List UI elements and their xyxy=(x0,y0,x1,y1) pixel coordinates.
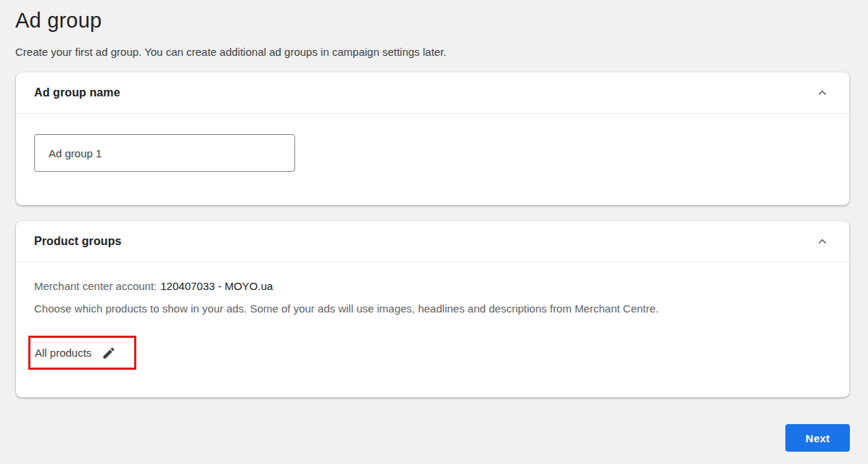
ad-group-name-card-title: Ad group name xyxy=(34,86,120,99)
chevron-up-icon[interactable] xyxy=(816,86,829,99)
merchant-account-line: Merchant center account:120407033 - MOYO… xyxy=(34,280,273,292)
merchant-account-label: Merchant center account: xyxy=(34,280,157,292)
product-groups-card-header[interactable]: Product groups xyxy=(16,221,849,262)
pencil-icon[interactable] xyxy=(101,345,116,360)
ad-group-name-card-header[interactable]: Ad group name xyxy=(16,72,849,114)
chevron-up-icon[interactable] xyxy=(816,235,829,248)
product-group-selection[interactable]: All products xyxy=(28,336,136,370)
product-groups-description: Choose which products to show in your ad… xyxy=(34,302,658,315)
product-groups-card: Product groups Merchant center account:1… xyxy=(16,221,849,397)
product-groups-card-title: Product groups xyxy=(34,235,122,248)
ad-group-name-input[interactable] xyxy=(34,134,295,172)
page-subtitle: Create your first ad group. You can crea… xyxy=(15,46,447,58)
merchant-account-value: 120407033 - MOYO.ua xyxy=(160,280,273,292)
page-title: Ad group xyxy=(15,9,102,33)
ad-group-name-card: Ad group name xyxy=(16,72,849,205)
next-button[interactable]: Next xyxy=(785,424,850,452)
product-group-selection-label: All products xyxy=(35,347,91,359)
